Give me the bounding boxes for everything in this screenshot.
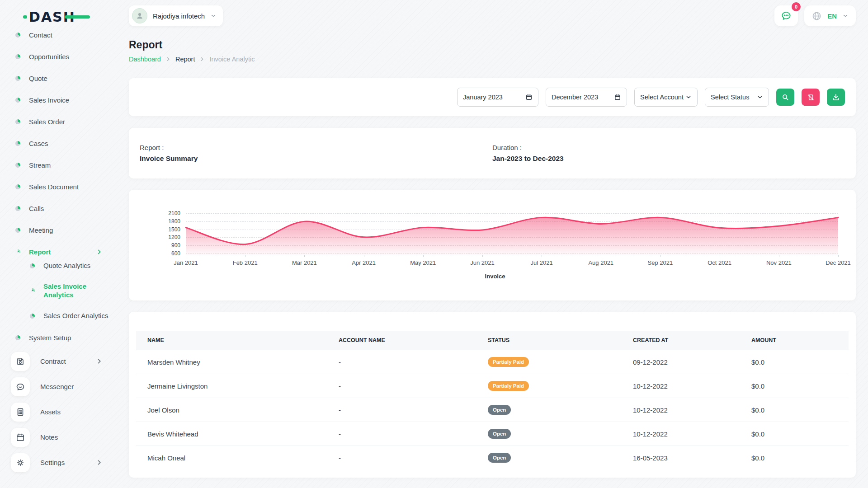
column-header-account-name: ACCOUNT NAME [331,331,481,350]
start-date-input[interactable]: January 2023 [457,88,538,107]
sidebar-item-sales-document[interactable]: Sales Document [0,176,120,197]
breadcrumb-separator-icon [165,56,171,62]
table-row[interactable]: Marsden Whitney-Partialy Paid09-12-2022$… [136,350,849,374]
sidebar-item-meeting[interactable]: Meeting [0,219,120,241]
main-content: Report DashboardReportInvoice Analytic J… [129,39,856,478]
cell-status: Open [481,446,626,470]
sidebar-item-settings[interactable]: Settings [0,450,120,475]
x-axis-tick-label: Feb 2021 [233,259,258,266]
clear-filter-button[interactable] [802,89,820,106]
sidebar-item-calls[interactable]: Calls [0,197,120,219]
x-axis-tick [364,255,364,257]
status-select[interactable]: Select Status [705,88,769,107]
status-badge: Partialy Paid [488,381,529,391]
x-axis-tick [720,255,720,257]
sidebar-item-sales-invoice[interactable]: Sales Invoice [0,89,120,111]
menu-dot-icon [15,119,20,124]
chevron-down-icon [685,94,692,100]
breadcrumb: DashboardReportInvoice Analytic [129,56,856,63]
sidebar-item-cases[interactable]: Cases [0,132,120,154]
globe-icon [811,11,822,21]
chart-series-svg [186,211,838,255]
column-header-created-at: CREATED AT [626,331,744,350]
x-axis-tick-label: Nov 2021 [766,259,792,266]
sidebar-item-contract[interactable]: Contract [0,349,120,374]
cell-account-name: - [331,446,481,470]
sidebar-subitem-sales-order-analytics[interactable]: Sales Order Analytics [30,305,120,327]
download-button[interactable] [827,89,845,106]
messages-button[interactable]: 0 [774,5,798,26]
report-value: Invoice Summary [140,155,492,163]
chevron-down-icon [757,94,763,100]
status-badge: Open [488,405,511,415]
cell-amount: $0.0 [744,398,849,422]
sidebar-item-assets[interactable]: Assets [0,399,120,425]
breadcrumb-item-dashboard[interactable]: Dashboard [129,56,161,63]
table-header: NAMEACCOUNT NAMESTATUSCREATED ATAMOUNT [136,331,849,350]
language-code: EN [827,12,837,20]
account-select[interactable]: Select Account [634,88,698,107]
end-date-input[interactable]: December 2023 [546,88,627,107]
cell-name: Micah Oneal [136,446,331,470]
sidebar-subitem-sales-invoice-analytics[interactable]: Sales Invoice Analytics [30,277,120,305]
sidebar-subitem-label: Sales Order Analytics [43,312,108,320]
menu-dot-icon [15,33,20,38]
cell-amount: $0.0 [744,446,849,470]
sidebar-item-system-setup[interactable]: System Setup [0,327,120,349]
menu-dot-icon [30,263,35,268]
chat-bubble-icon [780,10,792,22]
sidebar-item-messenger[interactable]: Messenger [0,374,120,399]
language-selector[interactable]: EN [804,5,856,26]
company-switcher[interactable]: Rajodiya infotech [129,5,223,26]
sidebar-item-label: Sales Invoice [29,96,69,104]
cell-status: Partialy Paid [481,374,626,398]
x-axis-tick [838,255,839,257]
chart-plot [186,211,838,255]
cell-name: Joel Olson [136,398,331,422]
chart-legend: Invoice [152,273,838,280]
sidebar-item-label: Assets [40,408,61,416]
column-header-status: STATUS [481,331,626,350]
cell-name: Jermaine Livingston [136,374,331,398]
sidebar-item-label: Quote [29,75,47,82]
sidebar-item-notes[interactable]: Notes [0,425,120,450]
sidebar-subitem-quote-analytics[interactable]: Quote Analytics [30,255,120,277]
cell-status: Open [481,398,626,422]
cell-created-at: 10-12-2022 [626,374,744,398]
table-body: Marsden Whitney-Partialy Paid09-12-2022$… [136,350,849,470]
breadcrumb-separator-icon [199,56,205,62]
end-date-value: December 2023 [552,94,598,101]
cell-name: Marsden Whitney [136,350,331,374]
y-axis-tick-label: 1200 [168,234,180,240]
table-row[interactable]: Joel Olson-Open10-12-2022$0.0 [136,398,849,422]
account-select-value: Select Account [640,94,684,101]
sidebar-item-label: Stream [29,161,51,169]
x-axis-tick [245,255,245,257]
app-logo[interactable]: DASH [29,9,75,25]
menu-dot-icon [15,228,20,233]
x-axis-tick [186,255,186,257]
menu-dot-icon [30,314,35,319]
invoice-chart: 2100180015001200900600 [186,211,838,255]
menu-dot-icon [15,141,20,146]
table-row[interactable]: Micah Oneal-Open16-05-2023$0.0 [136,446,849,470]
table-row[interactable]: Jermaine Livingston-Partialy Paid10-12-2… [136,374,849,398]
x-axis-tick-label: Aug 2021 [588,259,613,266]
x-axis-tick [304,255,305,257]
menu-dot-icon [15,76,20,81]
sidebar-item-opportunities[interactable]: Opportunities [0,46,120,67]
x-axis-tick-label: Mar 2021 [292,259,317,266]
status-badge: Partialy Paid [488,357,529,367]
sidebar-item-sales-order[interactable]: Sales Order [0,111,120,132]
table-row[interactable]: Bevis Whitehead-Open10-12-2022$0.0 [136,422,849,446]
sidebar-item-quote[interactable]: Quote [0,67,120,89]
search-button[interactable] [776,89,794,106]
invoice-chart-card: 2100180015001200900600 Jan 2021Feb 2021M… [129,190,856,300]
sidebar-item-contact[interactable]: Contact [0,32,120,46]
y-axis-tick-label: 2100 [168,210,180,216]
sidebar-item-label: Messenger [40,383,74,390]
sidebar-item-stream[interactable]: Stream [0,154,120,176]
breadcrumb-item-report[interactable]: Report [175,56,195,63]
floppy-icon [11,352,30,371]
sidebar-subitem-label: Sales Invoice Analytics [43,282,111,300]
